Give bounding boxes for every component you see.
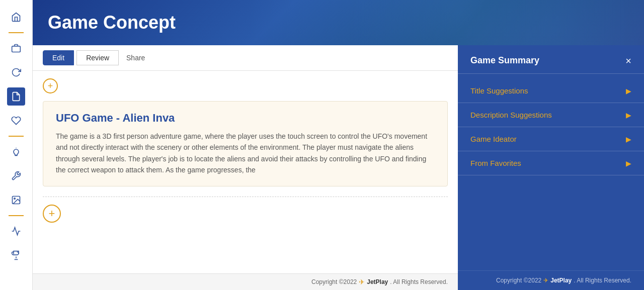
- panel-footer-brand: JetPlay: [550, 277, 572, 284]
- add-block-small-button[interactable]: +: [43, 78, 58, 93]
- refresh-icon[interactable]: [7, 63, 25, 81]
- add-section-button[interactable]: +: [43, 197, 448, 223]
- footer-copyright: Copyright ©2022: [311, 278, 357, 285]
- workspace-body: Edit Review Share + UFO Game - Alien Inv…: [33, 45, 644, 290]
- footer-plane-icon: ✈: [359, 278, 365, 286]
- image-icon[interactable]: [7, 191, 25, 209]
- panel-item-game-ideator[interactable]: Game Ideator ▶: [458, 127, 644, 151]
- sidebar: [0, 0, 33, 290]
- chart-icon[interactable]: [7, 222, 25, 240]
- content-area: + UFO Game - Alien Inva The game is a 3D…: [33, 71, 458, 273]
- trophy-icon[interactable]: [7, 246, 25, 264]
- content-card-title: UFO Game - Alien Inva: [56, 112, 435, 125]
- content-card: UFO Game - Alien Inva The game is a 3D f…: [43, 101, 448, 186]
- heart-icon[interactable]: [7, 112, 25, 130]
- footer-brand: JetPlay: [367, 278, 388, 285]
- plus-icon-small: +: [48, 81, 53, 91]
- page-header: Game Concept: [33, 0, 644, 45]
- title-suggestions-label: Title Suggestions: [470, 86, 528, 95]
- document-icon[interactable]: [7, 87, 25, 106]
- content-wrapper: + UFO Game - Alien Inva The game is a 3D…: [33, 71, 458, 290]
- panel-footer: Copyright ©2022 ✈ JetPlay . All Rights R…: [458, 270, 644, 290]
- game-ideator-arrow: ▶: [626, 135, 631, 143]
- workspace: Game Concept Edit Review Share + U: [33, 0, 644, 290]
- sidebar-divider-2: [9, 136, 24, 137]
- review-tab[interactable]: Review: [76, 50, 119, 65]
- toolbar: Edit Review Share: [33, 45, 458, 71]
- right-panel: Game Summary × Title Suggestions ▶ Descr…: [458, 45, 644, 290]
- svg-rect-0: [12, 46, 21, 52]
- description-suggestions-label: Description Suggestions: [470, 111, 552, 119]
- panel-footer-suffix: . All Rights Reserved.: [574, 277, 631, 284]
- from-favorites-label: From Favorites: [470, 159, 521, 167]
- from-favorites-arrow: ▶: [626, 159, 631, 167]
- title-suggestions-arrow: ▶: [626, 87, 631, 95]
- panel-close-button[interactable]: ×: [625, 56, 631, 66]
- main-left: Edit Review Share + UFO Game - Alien Inv…: [33, 45, 458, 290]
- svg-point-4: [14, 198, 15, 200]
- page-title: Game Concept: [48, 12, 629, 33]
- panel-header: Game Summary ×: [458, 45, 644, 74]
- panel-footer-plane-icon: ✈: [543, 277, 548, 284]
- edit-tab[interactable]: Edit: [43, 50, 74, 65]
- panel-item-description-suggestions[interactable]: Description Suggestions ▶: [458, 103, 644, 127]
- panel-item-title-suggestions[interactable]: Title Suggestions ▶: [458, 79, 644, 103]
- panel-footer-copyright: Copyright ©2022: [496, 277, 541, 284]
- share-button[interactable]: Share: [126, 54, 145, 62]
- panel-title: Game Summary: [470, 55, 539, 66]
- bulb-icon[interactable]: [7, 143, 25, 161]
- description-suggestions-arrow: ▶: [626, 111, 631, 119]
- footer-suffix: . All Rights Reserved.: [390, 278, 448, 285]
- sidebar-divider-3: [9, 215, 24, 216]
- briefcase-icon[interactable]: [7, 39, 25, 57]
- home-icon[interactable]: [7, 8, 25, 26]
- sidebar-divider-1: [9, 32, 24, 33]
- game-ideator-label: Game Ideator: [470, 135, 517, 143]
- wrench-icon[interactable]: [7, 167, 25, 185]
- panel-item-from-favorites[interactable]: From Favorites ▶: [458, 151, 644, 175]
- footer: Copyright ©2022 ✈ JetPlay . All Rights R…: [33, 273, 458, 290]
- plus-icon-large: +: [43, 205, 61, 223]
- content-card-text: The game is a 3D first person adventure …: [56, 131, 435, 176]
- panel-body: Title Suggestions ▶ Description Suggesti…: [458, 74, 644, 270]
